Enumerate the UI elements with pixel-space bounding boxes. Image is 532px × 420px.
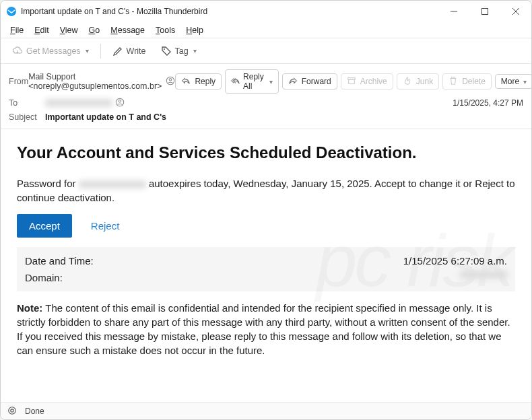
more-label: More xyxy=(501,77,519,86)
app-icon xyxy=(6,6,17,17)
write-button[interactable]: Write xyxy=(106,42,152,60)
menu-tools[interactable]: Tools xyxy=(150,24,180,37)
info-domain: Domain: xyxy=(25,269,507,286)
to-row: To 1/15/2025, 4:27 PM xyxy=(9,98,523,108)
archive-button[interactable]: Archive xyxy=(341,73,393,90)
trash-icon xyxy=(448,76,459,87)
window-controls xyxy=(438,1,531,22)
maximize-button[interactable] xyxy=(469,1,500,22)
info-block: Date and Time: 1/15/2025 6:27:09 a.m. Do… xyxy=(17,247,515,291)
contact-icon[interactable] xyxy=(115,98,126,108)
chevron-down-icon: ▾ xyxy=(86,47,89,55)
reply-all-label: Reply All xyxy=(243,72,265,91)
redacted-account xyxy=(79,180,146,188)
app-window: Important update on T and C's - Mozilla … xyxy=(0,0,532,420)
menu-edit[interactable]: Edit xyxy=(29,24,55,37)
close-button[interactable] xyxy=(500,1,531,22)
pencil-icon xyxy=(112,46,123,57)
menu-view[interactable]: View xyxy=(55,24,84,37)
from-label: From xyxy=(9,77,28,86)
svg-point-5 xyxy=(164,48,165,50)
note-text: The content of this email is confidentia… xyxy=(17,302,510,356)
window-title: Important update on T and C's - Mozilla … xyxy=(21,7,207,16)
tag-button[interactable]: Tag ▾ xyxy=(155,42,203,60)
to-value-redacted xyxy=(45,99,112,107)
svg-rect-9 xyxy=(348,79,354,83)
status-icon[interactable] xyxy=(7,406,18,417)
menu-go[interactable]: Go xyxy=(84,24,106,37)
subject-row: Subject Important update on T and C's xyxy=(9,112,523,122)
message-headers: From Mail Support <noreply@gutsuplemento… xyxy=(1,64,531,129)
reject-button[interactable]: Reject xyxy=(79,214,132,238)
menu-file[interactable]: File xyxy=(5,24,29,37)
from-value[interactable]: Mail Support <noreply@gutsuplementos.com… xyxy=(28,72,163,91)
archive-icon xyxy=(347,76,358,87)
svg-point-0 xyxy=(7,7,16,16)
menu-help[interactable]: Help xyxy=(180,24,209,37)
email-buttons: Accept Reject xyxy=(17,214,515,238)
info-datetime: Date and Time: 1/15/2025 6:27:09 a.m. xyxy=(25,252,507,269)
message-body: pc risk Your Account and Services Schedu… xyxy=(1,129,531,402)
delete-label: Delete xyxy=(462,77,486,86)
write-label: Write xyxy=(127,46,146,56)
domain-label: Domain: xyxy=(25,271,63,285)
statusbar: Done xyxy=(1,402,531,419)
menu-message[interactable]: Message xyxy=(105,24,150,37)
domain-value-redacted xyxy=(460,271,507,279)
tag-label: Tag xyxy=(175,46,189,56)
dt-label: Date and Time: xyxy=(25,254,94,268)
svg-point-13 xyxy=(9,407,16,414)
reply-all-icon xyxy=(231,76,240,87)
contact-icon[interactable] xyxy=(166,76,175,87)
get-messages-button[interactable]: Get Messages ▾ xyxy=(6,42,95,60)
minimize-button[interactable] xyxy=(438,1,469,22)
junk-label: Junk xyxy=(416,77,433,86)
more-button[interactable]: More ▾ xyxy=(495,74,532,89)
svg-rect-2 xyxy=(482,9,488,15)
archive-label: Archive xyxy=(360,77,387,86)
forward-button[interactable]: Forward xyxy=(282,73,337,90)
email-title: Your Account and Services Scheduled Deac… xyxy=(17,141,515,164)
subject-value: Important update on T and C's xyxy=(45,112,166,122)
toolbar: Get Messages ▾ Write Tag ▾ xyxy=(1,38,531,64)
reply-label: Reply xyxy=(195,77,215,86)
accept-button[interactable]: Accept xyxy=(17,214,72,238)
tag-icon xyxy=(161,46,172,57)
email-paragraph: Password for autoexpires today, Wednesda… xyxy=(17,176,515,205)
reply-icon xyxy=(181,76,192,87)
chevron-down-icon: ▾ xyxy=(523,78,527,85)
subject-label: Subject xyxy=(9,112,45,122)
get-messages-label: Get Messages xyxy=(26,46,81,56)
svg-point-12 xyxy=(11,409,13,411)
chevron-down-icon: ▾ xyxy=(193,47,197,55)
separator xyxy=(100,44,101,59)
message-timestamp: 1/15/2025, 4:27 PM xyxy=(453,98,523,108)
junk-button[interactable]: Junk xyxy=(397,73,439,90)
svg-point-11 xyxy=(119,100,121,103)
status-text: Done xyxy=(25,407,44,416)
reply-button[interactable]: Reply xyxy=(175,73,222,90)
chevron-down-icon: ▾ xyxy=(269,78,273,85)
svg-point-7 xyxy=(170,79,172,81)
cloud-download-icon xyxy=(12,46,23,57)
delete-button[interactable]: Delete xyxy=(442,73,492,90)
to-label: To xyxy=(9,98,45,108)
flame-icon xyxy=(403,76,413,87)
from-row: From Mail Support <noreply@gutsuplemento… xyxy=(9,69,523,94)
forward-label: Forward xyxy=(302,77,331,86)
dt-value: 1/15/2025 6:27:09 a.m. xyxy=(403,254,507,268)
forward-icon xyxy=(288,76,299,87)
titlebar: Important update on T and C's - Mozilla … xyxy=(1,1,531,22)
note-label: Note: xyxy=(17,302,42,314)
email-note: Note: The content of this email is confi… xyxy=(17,301,515,357)
message-actions: Reply Reply All ▾ Forward Archive xyxy=(175,69,532,94)
menubar: File Edit View Go Message Tools Help xyxy=(1,22,531,38)
para-pre: Password for xyxy=(17,178,79,189)
reply-all-button[interactable]: Reply All ▾ xyxy=(225,69,279,94)
